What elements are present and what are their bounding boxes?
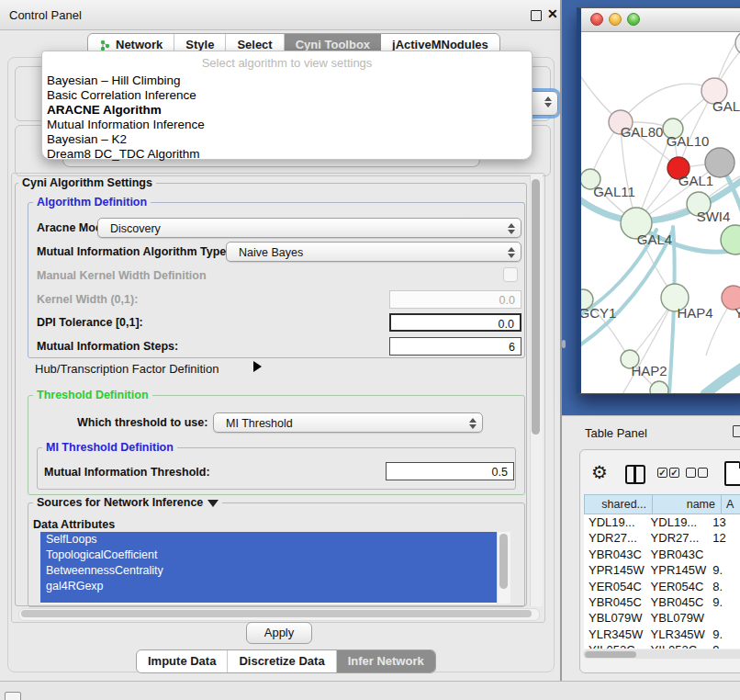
select-all-checkbox-icon[interactable]: ✓ bbox=[669, 468, 679, 478]
table-cell[interactable]: 9. bbox=[708, 562, 740, 578]
table-cell[interactable]: 9. bbox=[708, 627, 740, 642]
table-cell[interactable]: YPR145W bbox=[584, 562, 646, 578]
network-node[interactable] bbox=[650, 381, 668, 393]
network-node[interactable] bbox=[735, 32, 740, 55]
settings-scrollbar-thumb[interactable] bbox=[532, 179, 540, 435]
table-cell[interactable]: 12 bbox=[708, 530, 740, 546]
network-canvas[interactable]: GALGAL80GAL10GAL11GAL1SWI4GAL4GCY1HAP4YH… bbox=[581, 32, 740, 393]
table-cell[interactable]: YBR045C bbox=[584, 594, 646, 610]
algorithm-popup-list: Bayesian – Hill ClimbingBasic Correlatio… bbox=[45, 73, 529, 162]
table-cell[interactable]: YDR27... bbox=[646, 530, 709, 546]
dpi-tolerance-field[interactable]: 0.0 bbox=[389, 313, 521, 332]
which-threshold-label: Which threshold to use: bbox=[77, 416, 207, 429]
table-cell[interactable]: YLR345W bbox=[646, 627, 709, 642]
table-cell[interactable]: YDL19... bbox=[646, 514, 709, 530]
table-cell[interactable]: YBL079W bbox=[584, 610, 646, 626]
table-column-header[interactable]: name bbox=[653, 494, 722, 514]
attributes-scrollbar[interactable] bbox=[497, 532, 510, 604]
attribute-list-item[interactable]: TopologicalCoefficient bbox=[40, 548, 497, 563]
tab-impute-data[interactable]: Impute Data bbox=[137, 650, 228, 672]
table-row[interactable]: YDL19...YDL19...13 bbox=[584, 514, 740, 530]
algorithm-option[interactable]: Basic Correlation Inference bbox=[45, 88, 529, 103]
attribute-list-item[interactable]: BetweennessCentrality bbox=[40, 563, 497, 579]
deselect-all-checkbox-icon[interactable] bbox=[686, 468, 696, 478]
control-panel-titlebar[interactable]: Control Panel ✕ bbox=[0, 0, 560, 30]
apply-button[interactable]: Apply bbox=[246, 622, 312, 644]
algorithm-option[interactable]: Bayesian – Hill Climbing bbox=[45, 73, 529, 88]
network-icon bbox=[99, 40, 111, 51]
table-cell[interactable]: 13 bbox=[708, 514, 740, 530]
kernel-width-field[interactable]: 0.0 bbox=[389, 290, 521, 309]
tab-discretize-data[interactable]: Discretize Data bbox=[228, 650, 336, 672]
table-cell[interactable]: YER054C bbox=[646, 579, 709, 594]
float-window-icon[interactable] bbox=[531, 10, 542, 21]
which-threshold-combo[interactable]: MI Threshold bbox=[213, 412, 483, 433]
table-cell[interactable]: 8. bbox=[708, 579, 740, 594]
table-cell[interactable] bbox=[708, 547, 740, 562]
table-row[interactable]: YLR345WYLR345W9. bbox=[584, 627, 740, 642]
table-cell[interactable]: YBL079W bbox=[646, 610, 709, 626]
minimize-traffic-light-icon[interactable] bbox=[609, 13, 622, 26]
table-cell[interactable]: YBR043C bbox=[584, 547, 646, 562]
algorithm-option[interactable]: Bayesian – K2 bbox=[45, 132, 529, 147]
table-row[interactable]: YDR27...YDR27...12 bbox=[584, 530, 740, 546]
attributes-scrollbar-thumb[interactable] bbox=[499, 534, 508, 589]
network-node-label: GAL80 bbox=[621, 124, 664, 140]
table-cell[interactable]: YDL19... bbox=[584, 514, 646, 530]
attribute-list-item[interactable]: SelfLoops bbox=[40, 532, 497, 548]
manual-kernel-checkbox[interactable] bbox=[503, 267, 518, 282]
network-view-window[interactable]: GALGAL80GAL10GAL11GAL1SWI4GAL4GCY1HAP4YH… bbox=[577, 7, 740, 394]
mi-type-combo[interactable]: Naive Bayes bbox=[226, 242, 521, 262]
attribute-list-item[interactable] bbox=[40, 594, 497, 603]
table-column-header[interactable]: A bbox=[722, 494, 740, 514]
table-cell[interactable]: YER054C bbox=[584, 579, 646, 594]
algorithm-option[interactable]: Dream8 DC_TDC Algorithm bbox=[45, 147, 529, 162]
deselect-all-checkbox-icon[interactable] bbox=[698, 468, 708, 478]
algorithm-option[interactable]: ARACNE Algorithm bbox=[45, 103, 529, 118]
attribute-list-item[interactable]: gal4RGexp bbox=[40, 579, 497, 594]
algorithm-option[interactable]: Mutual Information Inference bbox=[45, 118, 529, 132]
table-row[interactable]: YBR043CYBR043C bbox=[584, 547, 740, 562]
column-layout-icon[interactable] bbox=[625, 465, 645, 484]
table-cell[interactable]: 9. bbox=[708, 594, 740, 610]
table-panel-float-icon[interactable] bbox=[733, 425, 740, 437]
table-hscrollbar-thumb[interactable] bbox=[585, 651, 636, 658]
table-cell[interactable] bbox=[708, 610, 740, 626]
export-table-icon[interactable] bbox=[724, 461, 740, 486]
settings-hscrollbar-thumb[interactable] bbox=[21, 610, 532, 617]
sources-title[interactable]: Sources for Network Inference bbox=[33, 496, 222, 509]
splitter-collapse-handle[interactable] bbox=[562, 340, 566, 348]
table-body: YDL19...YDL19...13YDR27...YDR27...12YBR0… bbox=[584, 514, 740, 649]
table-cell[interactable]: YBR045C bbox=[646, 594, 709, 610]
table-row[interactable]: YIL052CYIL052C9 bbox=[584, 642, 740, 649]
table-cell[interactable]: YDR27... bbox=[584, 530, 646, 546]
table-cell[interactable]: YIL052C bbox=[584, 642, 646, 649]
status-bar-icon[interactable] bbox=[5, 692, 21, 700]
mi-threshold-field[interactable]: 0.5 bbox=[386, 462, 514, 480]
mi-steps-field[interactable]: 6 bbox=[389, 337, 521, 356]
table-row[interactable]: YPR145WYPR145W9. bbox=[584, 562, 740, 578]
algorithm-popup: Select algorithm to view settings Bayesi… bbox=[41, 51, 533, 160]
hub-definition-toggle[interactable]: Hub/Transcription Factor Definition bbox=[35, 362, 219, 376]
tab-infer-network[interactable]: Infer Network bbox=[337, 650, 435, 672]
table-cell[interactable]: YBR043C bbox=[646, 547, 709, 562]
select-all-checkbox-icon[interactable]: ✓ bbox=[657, 468, 667, 478]
table-cell[interactable]: YIL052C bbox=[646, 642, 709, 649]
table-cell[interactable]: YLR345W bbox=[584, 627, 646, 642]
table-row[interactable]: YER054CYER054C8. bbox=[584, 579, 740, 594]
table-row[interactable]: YBR045CYBR045C9. bbox=[584, 594, 740, 610]
close-window-icon[interactable]: ✕ bbox=[547, 6, 558, 21]
collapse-arrow-icon[interactable] bbox=[207, 500, 219, 507]
gear-icon[interactable]: ⚙ bbox=[591, 461, 608, 483]
table-cell[interactable]: YPR145W bbox=[646, 562, 709, 578]
table-column-header[interactable]: shared... bbox=[584, 494, 653, 514]
table-cell[interactable]: 9 bbox=[708, 642, 740, 649]
data-attributes-list[interactable]: SelfLoopsTopologicalCoefficientBetweenne… bbox=[40, 532, 510, 604]
network-graph[interactable]: GALGAL80GAL10GAL11GAL1SWI4GAL4GCY1HAP4YH… bbox=[581, 32, 740, 393]
table-row[interactable]: YBL079WYBL079W bbox=[584, 610, 740, 626]
network-window-titlebar[interactable] bbox=[581, 8, 740, 32]
close-traffic-light-icon[interactable] bbox=[590, 13, 603, 26]
expand-arrow-icon[interactable] bbox=[253, 361, 262, 372]
zoom-traffic-light-icon[interactable] bbox=[627, 13, 640, 26]
aracne-mode-combo[interactable]: Discovery bbox=[97, 218, 521, 238]
